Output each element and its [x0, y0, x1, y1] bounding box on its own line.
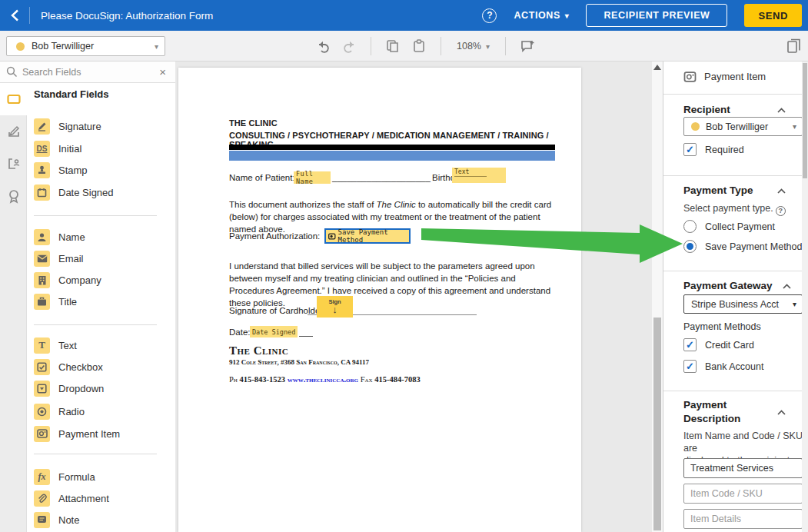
payment-methods-label: Payment Methods: [683, 321, 761, 332]
item-details-input[interactable]: [683, 509, 803, 529]
rail-tab-seals[interactable]: [0, 180, 27, 212]
recipient-section-title: Recipient: [683, 104, 730, 115]
doc-blue-bar: [229, 151, 555, 161]
back-button[interactable]: [0, 0, 29, 31]
scrollbar-thumb[interactable]: [653, 318, 661, 530]
header-divider: [29, 7, 30, 24]
collapse-chevron-icon[interactable]: [783, 284, 791, 289]
toolbar-divider: [505, 37, 506, 55]
doc-black-bar: [229, 145, 555, 150]
page-thumbnails-button[interactable]: [785, 37, 803, 55]
zoom-selector[interactable]: 108% ▾: [454, 41, 493, 52]
envelope-icon: [34, 251, 50, 267]
scrollbar-thumb[interactable]: [803, 63, 807, 178]
panel-scrollbar[interactable]: [802, 62, 808, 532]
calendar-icon: [34, 185, 50, 201]
sidebar-item-payment-item[interactable]: Payment Item: [34, 424, 120, 443]
undo-icon: [316, 40, 331, 53]
sidebar-item-attachment[interactable]: Attachment: [34, 489, 109, 507]
sign-here-field[interactable]: Sign ↓: [317, 296, 353, 318]
payment-gateway-section-title: Payment Gateway: [683, 280, 773, 291]
doc-footer-contact: Ph 415-843-1523 www.theclinicca.org Fax …: [229, 375, 421, 384]
sidebar-item-signature[interactable]: Signature: [34, 117, 101, 135]
send-button[interactable]: SEND: [744, 4, 802, 27]
gateway-value: Stripe Business Acct: [691, 299, 793, 310]
initial-icon: DS: [34, 141, 50, 157]
field-type-row: Payment Item: [683, 71, 766, 82]
payment-type-hint: Select payment type.?: [683, 202, 786, 216]
doc-name-line: ____________________: [332, 173, 431, 182]
sidebar-item-text[interactable]: T Text: [34, 336, 77, 354]
toolbar-divider: [441, 37, 441, 55]
radio-selected-icon[interactable]: [683, 240, 697, 253]
sidebar-item-initial[interactable]: DS Initial: [34, 139, 81, 158]
group-divider: [34, 215, 157, 216]
undo-button[interactable]: [314, 37, 332, 55]
radio-save-payment-method[interactable]: Save Payment Method: [683, 240, 802, 253]
scroll-up-arrow-icon[interactable]: [653, 65, 661, 70]
birthdate-text-field[interactable]: Text: [452, 168, 506, 183]
actions-menu-button[interactable]: ACTIONS ▾: [514, 10, 569, 21]
app-header: Please DocuSign: Authorization Form ? AC…: [0, 0, 808, 31]
doc-clinic-name: THE CLINIC: [229, 118, 278, 128]
help-icon[interactable]: ?: [776, 206, 786, 216]
recipient-color-dot: [16, 42, 25, 51]
item-code-sku-input[interactable]: [683, 484, 803, 504]
sidebar-item-dropdown[interactable]: Dropdown: [34, 379, 104, 397]
panel-divider: [663, 175, 803, 176]
sidebar-item-name[interactable]: Name: [34, 228, 85, 246]
full-name-field[interactable]: Full Name: [294, 171, 331, 184]
back-chevron-icon: [11, 9, 19, 22]
checkbox-icon: [34, 359, 50, 375]
help-icon[interactable]: ?: [482, 8, 497, 23]
doc-footer-website-link[interactable]: www.theclinicca.org: [288, 375, 358, 384]
panel-recipient-dropdown[interactable]: Bob Terwilliger ▾: [683, 117, 803, 136]
rail-tab-standard-fields[interactable]: [0, 83, 27, 115]
sidebar-item-formula[interactable]: fx Formula: [34, 467, 95, 486]
seal-ribbon-icon: [8, 189, 20, 204]
doc-name-label: Name of Patient: _: [229, 173, 302, 182]
checkbox-checked-icon[interactable]: ✓: [683, 338, 697, 351]
close-icon[interactable]: ×: [156, 65, 169, 78]
paste-button[interactable]: [410, 37, 428, 55]
sidebar-item-company[interactable]: Company: [34, 271, 101, 289]
item-name-input[interactable]: [683, 458, 803, 478]
recipient-selector[interactable]: Bob Terwilliger ▾: [6, 36, 165, 56]
sidebar-item-email[interactable]: Email: [34, 249, 84, 268]
payment-gateway-dropdown[interactable]: Stripe Business Acct ▾: [683, 294, 803, 314]
canvas-scrollbar[interactable]: [652, 62, 663, 532]
sidebar-item-radio[interactable]: Radio: [34, 402, 85, 421]
doc-footer-address: 912 Cole Street, #368 San Francisco, CA …: [229, 358, 369, 366]
checkbox-bank-account[interactable]: ✓ Bank Account: [683, 360, 763, 373]
collapse-chevron-icon[interactable]: [777, 410, 786, 415]
save-payment-method-field[interactable]: Save Payment Method: [324, 228, 411, 244]
add-comment-button[interactable]: [518, 37, 537, 55]
checkbox-checked-icon[interactable]: ✓: [683, 143, 697, 156]
copy-button[interactable]: [384, 37, 402, 55]
search-input[interactable]: [22, 67, 156, 78]
checkbox-credit-card[interactable]: ✓ Credit Card: [683, 338, 754, 351]
radio-unselected-icon[interactable]: [683, 220, 697, 233]
collapse-chevron-icon[interactable]: [777, 108, 786, 113]
rail-tab-smart-sections[interactable]: [0, 148, 27, 180]
required-checkbox-row[interactable]: ✓ Required: [683, 143, 744, 156]
redo-button[interactable]: [340, 37, 358, 55]
sidebar-item-checkbox[interactable]: Checkbox: [34, 357, 103, 376]
radio-collect-payment[interactable]: Collect Payment: [683, 220, 775, 233]
rail-tab-custom-fields[interactable]: [0, 115, 27, 148]
date-signed-field[interactable]: Date Signed: [250, 326, 298, 337]
chevron-down-icon: ▾: [565, 12, 570, 20]
checkbox-checked-icon[interactable]: ✓: [683, 360, 697, 373]
note-icon: [34, 512, 50, 528]
sidebar-item-title[interactable]: Title: [34, 292, 77, 311]
field-type-label: Payment Item: [704, 71, 766, 82]
collapse-chevron-icon[interactable]: [777, 188, 786, 194]
payment-description-section-title: Payment Description: [683, 398, 740, 426]
building-icon: [34, 272, 50, 288]
sidebar-item-note[interactable]: Note: [34, 510, 79, 529]
payment-glyph-icon: [328, 233, 336, 240]
sidebar-item-stamp[interactable]: Stamp: [34, 161, 88, 179]
chevron-down-icon: ▾: [793, 122, 796, 131]
sidebar-item-date-signed[interactable]: Date Signed: [34, 183, 114, 201]
recipient-preview-button[interactable]: RECIPIENT PREVIEW: [586, 4, 727, 27]
